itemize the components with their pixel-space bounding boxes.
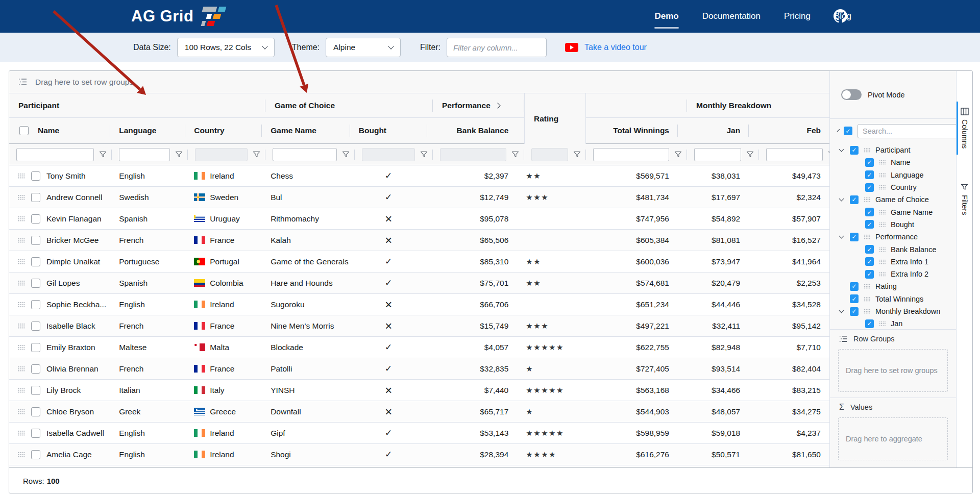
filter-funnel-icon[interactable]: [253, 151, 260, 158]
column-drag-handle[interactable]: [879, 185, 886, 190]
nav-link-pricing[interactable]: Pricing: [784, 11, 811, 21]
cell-feb[interactable]: $82,404: [749, 358, 829, 379]
column-tree-item-bought[interactable]: ✓Bought: [830, 218, 956, 231]
column-search-input[interactable]: [857, 124, 963, 138]
column-header-bought[interactable]: Bought: [350, 118, 427, 143]
cell-rating[interactable]: [517, 294, 578, 315]
row-checkbox[interactable]: [31, 279, 40, 288]
cell-country[interactable]: Sweden: [185, 187, 262, 208]
cell-game[interactable]: Game of the Generals: [262, 251, 350, 272]
cell-jan[interactable]: $50,571: [678, 444, 749, 465]
row-groups-drop-zone[interactable]: Drag here to set row groups: [838, 349, 948, 392]
chevron-down-icon[interactable]: [838, 310, 845, 312]
cell-feb[interactable]: $41,964: [749, 251, 829, 272]
cell-winnings[interactable]: $569,571: [578, 165, 678, 186]
column-drag-handle[interactable]: [879, 160, 886, 165]
row-checkbox[interactable]: [31, 450, 40, 459]
column-checkbox[interactable]: ✓: [865, 270, 874, 279]
cell-balance[interactable]: $65,717: [427, 401, 518, 422]
filter-funnel-icon[interactable]: [511, 151, 519, 158]
cell-rating[interactable]: ★★★★★: [517, 337, 578, 358]
cell-name[interactable]: Dimple Unalkat: [9, 251, 110, 272]
cell-jan[interactable]: $81,081: [678, 230, 749, 251]
row-checkbox[interactable]: [31, 386, 40, 395]
filter-funnel-icon[interactable]: [99, 151, 107, 158]
cell-bought[interactable]: ✓: [350, 444, 427, 465]
column-tree-item-participant[interactable]: ✓Participant: [830, 144, 956, 156]
row-checkbox[interactable]: [31, 364, 40, 374]
cell-game[interactable]: Blockade: [262, 337, 350, 358]
column-drag-handle[interactable]: [879, 271, 886, 277]
row-drag-handle[interactable]: [17, 430, 25, 436]
column-checkbox[interactable]: ✓: [865, 220, 874, 229]
cell-rating[interactable]: ★★★★★: [517, 380, 578, 401]
filter-input-winnings[interactable]: [593, 148, 669, 161]
cell-jan[interactable]: $44,446: [678, 294, 749, 315]
row-drag-handle[interactable]: [17, 387, 25, 393]
group-header-monthly-breakdown[interactable]: Monthly Breakdown: [687, 93, 829, 117]
row-drag-handle[interactable]: [17, 366, 25, 372]
column-checkbox[interactable]: ✓: [865, 208, 874, 216]
column-tree-item-total-winnings[interactable]: ✓Total Winnings: [830, 293, 956, 305]
cell-rating[interactable]: ★★★★★: [517, 423, 578, 443]
cell-name[interactable]: Emily Braxton: [9, 337, 110, 358]
row-drag-handle[interactable]: [17, 194, 25, 200]
row-group-drop-bar[interactable]: Drag here to set row groups: [9, 71, 829, 93]
column-header-country[interactable]: Country: [185, 118, 262, 143]
cell-game[interactable]: Downfall: [262, 401, 350, 422]
filter-input-language[interactable]: [119, 148, 170, 161]
cell-game[interactable]: Gipf: [262, 423, 350, 443]
cell-jan[interactable]: $20,479: [678, 273, 749, 293]
column-drag-handle[interactable]: [879, 222, 886, 227]
cell-feb[interactable]: $16,527: [749, 230, 829, 251]
filter-input-jan[interactable]: [694, 148, 741, 161]
cell-name[interactable]: Chloe Bryson: [9, 401, 110, 422]
cell-game[interactable]: Patolli: [262, 358, 350, 379]
cell-rating[interactable]: ★★★: [517, 187, 578, 208]
cell-winnings[interactable]: $497,221: [578, 315, 678, 336]
cell-winnings[interactable]: $747,956: [578, 208, 678, 229]
filter-funnel-icon[interactable]: [342, 151, 350, 158]
cell-game[interactable]: Chess: [262, 165, 350, 186]
column-checkbox[interactable]: ✓: [850, 282, 859, 291]
github-icon[interactable]: [834, 9, 847, 23]
column-tree-item-game-of-choice[interactable]: ✓Game of Choice: [830, 193, 956, 206]
row-checkbox[interactable]: [31, 343, 40, 352]
cell-feb[interactable]: $4,237: [749, 423, 829, 443]
cell-name[interactable]: Lily Brock: [9, 380, 110, 401]
column-checkbox[interactable]: ✓: [850, 195, 859, 204]
cell-name[interactable]: Gil Lopes: [9, 273, 110, 293]
cell-jan[interactable]: $73,947: [678, 251, 749, 272]
column-drag-handle[interactable]: [879, 210, 886, 215]
expand-all-chevron-icon[interactable]: [837, 129, 840, 132]
cell-name[interactable]: Isabella Cadwell: [9, 423, 110, 443]
cell-rating[interactable]: ★★: [517, 165, 578, 186]
column-header-jan[interactable]: Jan: [678, 118, 749, 143]
filter-input-bought[interactable]: [362, 148, 415, 161]
row-checkbox[interactable]: [31, 236, 40, 245]
cell-bought[interactable]: ✓: [350, 251, 427, 272]
cell-bought[interactable]: ×: [350, 230, 427, 251]
cell-winnings[interactable]: $563,168: [578, 380, 678, 401]
cell-name[interactable]: Isabelle Black: [9, 315, 110, 336]
cell-feb[interactable]: $2,324: [749, 187, 829, 208]
filter-input-game[interactable]: [273, 148, 337, 161]
cell-language[interactable]: Portuguese: [110, 251, 185, 272]
column-drag-handle[interactable]: [879, 321, 886, 326]
cell-game[interactable]: Shogi: [262, 444, 350, 465]
cell-balance[interactable]: $12,749: [427, 187, 518, 208]
cell-country[interactable]: Ireland: [185, 423, 262, 443]
cell-game[interactable]: Sugoroku: [262, 294, 350, 315]
cell-jan[interactable]: $82,948: [678, 337, 749, 358]
row-checkbox[interactable]: [31, 300, 40, 309]
cell-country[interactable]: France: [185, 358, 262, 379]
cell-language[interactable]: Spanish: [110, 273, 185, 293]
cell-language[interactable]: French: [110, 315, 185, 336]
filter-input-rating[interactable]: [531, 148, 568, 161]
filter-funnel-icon[interactable]: [746, 151, 754, 158]
column-drag-handle[interactable]: [879, 247, 886, 252]
video-tour-link[interactable]: Take a video tour: [584, 43, 647, 52]
cell-bought[interactable]: ✓: [350, 187, 427, 208]
cell-game[interactable]: Hare and Hounds: [262, 273, 350, 293]
column-checkbox[interactable]: ✓: [865, 245, 874, 254]
